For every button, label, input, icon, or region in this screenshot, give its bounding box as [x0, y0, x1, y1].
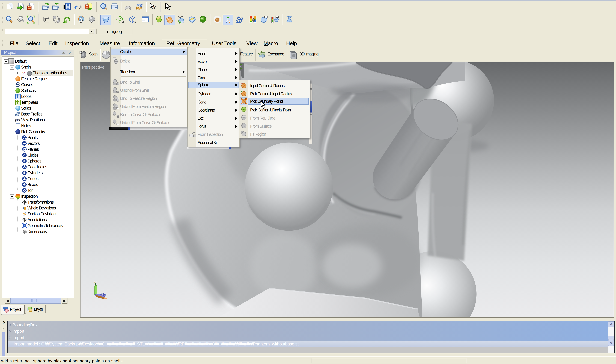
svg-text:e: e: [74, 3, 78, 11]
svg-text:Y: Y: [94, 281, 97, 286]
svg-text:?: ?: [153, 5, 156, 10]
svg-text:Perspective: Perspective: [82, 65, 104, 70]
